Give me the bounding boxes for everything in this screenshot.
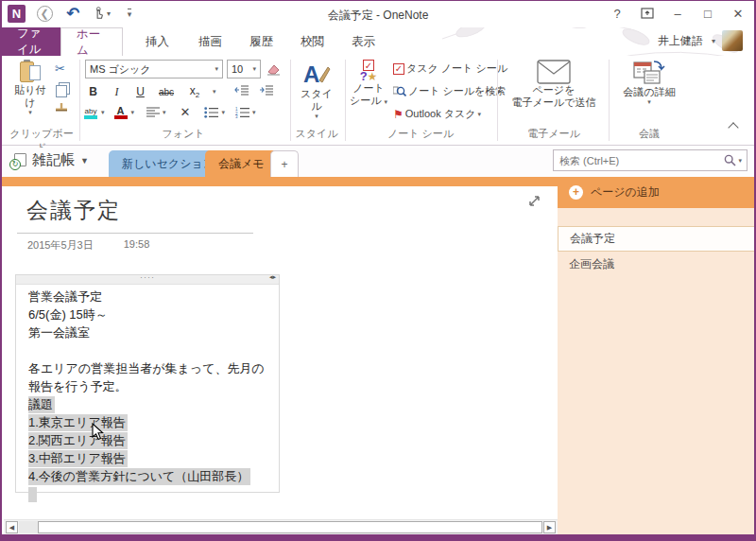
page-item[interactable]: 企画会議 — [558, 252, 756, 277]
outlook-tasks-dropdown-icon[interactable]: ▾ — [478, 111, 482, 118]
format-painter-button[interactable] — [56, 103, 67, 114]
meeting-dropdown-icon[interactable]: ▾ — [647, 98, 651, 106]
page-title[interactable]: 会議予定 — [26, 196, 121, 225]
highlight-dropdown-icon[interactable]: ▾ — [101, 109, 105, 116]
font-color-button[interactable]: A — [113, 106, 129, 119]
underline-button[interactable]: U — [132, 85, 148, 98]
bullets-dropdown-icon[interactable]: ▾ — [221, 109, 225, 116]
note-tags-dropdown-icon[interactable]: ▾ — [385, 98, 388, 105]
font-color-dropdown-icon[interactable]: ▾ — [131, 109, 135, 116]
search-input[interactable] — [554, 155, 724, 166]
tab-history[interactable]: 履歴 — [234, 27, 288, 56]
styles-dropdown-icon[interactable]: ▾ — [315, 113, 318, 120]
user-name: 井上健語 — [658, 33, 703, 49]
tab-file[interactable]: ファイル — [2, 27, 60, 56]
add-page-button[interactable]: + ページの追加 — [558, 177, 756, 208]
find-tags-button[interactable]: ノート シールを検索 — [393, 84, 506, 98]
note-line-highlighted[interactable]: 1.東京エリア報告 — [28, 414, 279, 432]
note-line[interactable]: 営業会議予定 — [28, 288, 279, 306]
font-name-combo[interactable]: MS ゴシック▾ — [85, 60, 223, 79]
paste-dropdown-icon[interactable]: ▾ — [28, 109, 32, 116]
account-area[interactable]: 井上健語 ▾ — [658, 30, 743, 51]
avatar[interactable] — [722, 30, 743, 51]
search-icon[interactable] — [724, 154, 736, 166]
scrollbar-track[interactable] — [19, 521, 38, 533]
tab-view[interactable]: 表示 — [336, 27, 390, 56]
clear-formatting-button[interactable] — [266, 61, 281, 76]
cut-button[interactable]: ✂ — [55, 61, 65, 76]
font-size-combo[interactable]: 10▾ — [227, 60, 261, 79]
bullets-button[interactable] — [204, 107, 218, 118]
page-item-selected[interactable]: 会議予定 — [558, 226, 756, 252]
section-tab-meeting-notes[interactable]: 会議メモ — [205, 150, 278, 177]
note-line-highlighted[interactable]: 2.関西エリア報告 — [28, 432, 279, 450]
tab-draw[interactable]: 描画 — [183, 27, 237, 56]
bold-button[interactable]: B — [85, 85, 101, 98]
ribbon-display-options-button[interactable] — [635, 3, 660, 24]
notebook-switcher[interactable]: ↻ 雑記帳 ▼ — [9, 151, 89, 169]
task-note-tag-button[interactable]: ✓ タスク ノート シール — [393, 61, 507, 76]
tab-home[interactable]: ホーム — [60, 27, 123, 56]
increase-indent-button[interactable] — [259, 84, 274, 96]
customize-qat-button[interactable]: ▾ — [120, 4, 139, 23]
note-line[interactable]: 報告を行う予定。 — [28, 378, 279, 396]
note-line[interactable] — [28, 342, 279, 360]
maximize-button[interactable]: □ — [696, 3, 720, 24]
scrollbar-thumb[interactable] — [38, 521, 542, 533]
email-page-button[interactable]: ページを 電子メールで送信 — [508, 60, 599, 109]
close-button[interactable]: ✕ — [726, 3, 750, 24]
minimize-button[interactable]: – — [665, 3, 690, 24]
resize-handle-icon[interactable]: ◂▸ — [269, 273, 276, 281]
outlook-flag-icon: ⚑ — [393, 108, 404, 121]
meeting-details-button[interactable]: 会議の詳細 ▾ — [616, 60, 682, 106]
scroll-left-button[interactable]: ◀ — [6, 521, 18, 533]
note-line-highlighted[interactable]: 4.今後の営業方針について（山田部長） — [28, 468, 279, 486]
outlook-tasks-button[interactable]: ⚑ Outlook タスク ▾ — [393, 107, 481, 121]
tab-insert[interactable]: 挿入 — [130, 27, 184, 56]
undo-button[interactable]: ↷ — [63, 4, 82, 23]
paste-button[interactable]: 貼り付け ▾ — [9, 60, 51, 116]
search-scope-dropdown-icon[interactable]: ▾ — [738, 157, 742, 165]
paragraph-alignment-button[interactable] — [146, 107, 160, 117]
styles-button[interactable]: A スタイル ▾ — [296, 60, 337, 120]
note-line[interactable]: 各エリアの営業担当者が集まって、先月の — [28, 360, 279, 378]
decrease-indent-button[interactable] — [234, 84, 249, 96]
numbering-button[interactable]: 123 — [235, 107, 249, 118]
note-line-highlighted[interactable]: 3.中部エリア報告 — [28, 450, 279, 468]
create-section-tab[interactable]: + — [270, 150, 299, 177]
email-group-label: 電子メール — [501, 127, 607, 141]
strikethrough-button[interactable]: abc — [156, 87, 177, 97]
note-line-highlighted[interactable]: 議題 — [28, 396, 279, 414]
note-line-highlighted[interactable] — [28, 486, 279, 504]
note-container[interactable]: ···· ◂▸ 営業会議予定 6/5(金) 15時～ 第一会議室 各エリアの営業… — [15, 274, 280, 493]
onenote-logo-icon[interactable]: N — [8, 5, 26, 23]
subscript-button[interactable]: x2 — [184, 84, 205, 99]
touch-mode-button[interactable]: ▾ — [92, 4, 111, 23]
italic-button[interactable]: I — [109, 85, 125, 99]
back-button[interactable]: ❮ — [35, 4, 54, 23]
search-box[interactable]: ▾ — [553, 149, 747, 171]
collapse-ribbon-icon[interactable] — [728, 122, 738, 132]
delete-button[interactable]: ✕ — [180, 105, 191, 119]
touch-mode-dropdown-icon[interactable]: ▾ — [107, 9, 111, 18]
numbering-dropdown-icon[interactable]: ▾ — [252, 109, 256, 116]
help-button[interactable]: ? — [605, 3, 629, 24]
full-page-view-icon[interactable] — [527, 194, 542, 209]
format-painter-icon — [56, 103, 67, 114]
horizontal-scrollbar[interactable]: ◀ ▶ — [4, 519, 558, 534]
eraser-icon — [266, 61, 281, 76]
tab-review[interactable]: 校閲 — [285, 27, 339, 56]
styles-icon: A — [302, 60, 331, 88]
drag-handle-icon[interactable]: ···· — [16, 272, 279, 282]
page-list: 会議予定 企画会議 — [558, 226, 756, 277]
script-dropdown-icon[interactable]: ▾ — [213, 88, 216, 96]
text-highlight-button[interactable]: aby — [83, 106, 98, 119]
page-canvas[interactable]: 会議予定 2015年5月3日 19:58 ···· ◂▸ 営業会議予定 6/5(… — [4, 186, 558, 519]
alignment-dropdown-icon[interactable]: ▾ — [163, 109, 166, 116]
scroll-right-button[interactable]: ▶ — [543, 521, 556, 533]
note-line[interactable]: 第一会議室 — [28, 324, 279, 342]
note-container-header[interactable]: ···· ◂▸ — [16, 275, 279, 285]
note-tags-button[interactable]: ✓ ?★ ノート シール ▾ — [349, 60, 388, 107]
copy-button[interactable] — [56, 82, 67, 97]
note-line[interactable]: 6/5(金) 15時～ — [28, 306, 279, 324]
